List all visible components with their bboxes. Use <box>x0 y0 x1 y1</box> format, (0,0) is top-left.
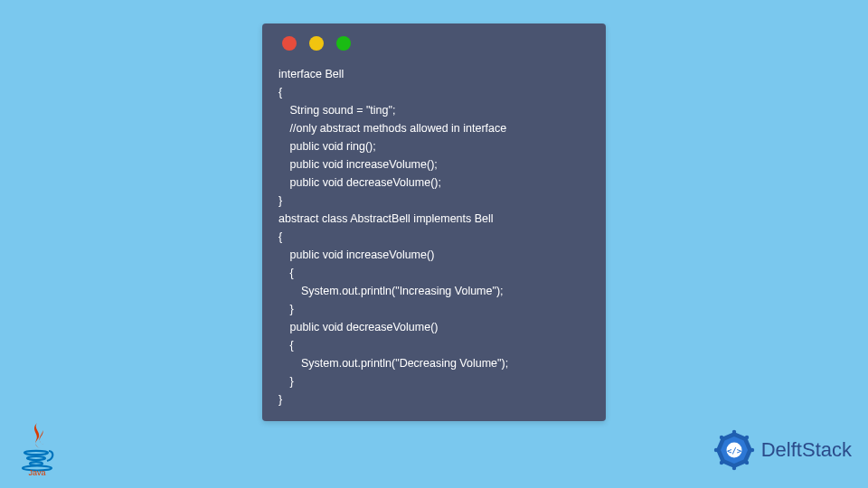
window-traffic-lights <box>282 36 590 51</box>
code-window: interface Bell { String sound = "ting"; … <box>262 23 606 421</box>
code-block: interface Bell { String sound = "ting"; … <box>278 65 590 408</box>
svg-point-12 <box>732 466 736 470</box>
java-logo-icon: Java <box>16 421 58 475</box>
delftstack-brand: </> DelftStack <box>712 428 852 472</box>
maximize-icon <box>336 36 351 51</box>
svg-point-11 <box>745 461 749 465</box>
svg-point-9 <box>745 436 749 439</box>
svg-point-8 <box>732 430 736 434</box>
svg-point-14 <box>714 448 718 452</box>
close-icon <box>282 36 297 51</box>
svg-point-15 <box>720 436 723 439</box>
svg-point-10 <box>750 448 754 452</box>
svg-text:</>: </> <box>727 446 742 455</box>
svg-point-0 <box>24 451 48 455</box>
java-label: Java <box>28 468 45 475</box>
delftstack-logo-icon: </> <box>712 428 756 472</box>
svg-point-13 <box>720 461 723 465</box>
svg-point-2 <box>30 462 42 465</box>
svg-point-1 <box>27 456 45 460</box>
minimize-icon <box>309 36 324 51</box>
delftstack-label: DelftStack <box>761 438 852 462</box>
